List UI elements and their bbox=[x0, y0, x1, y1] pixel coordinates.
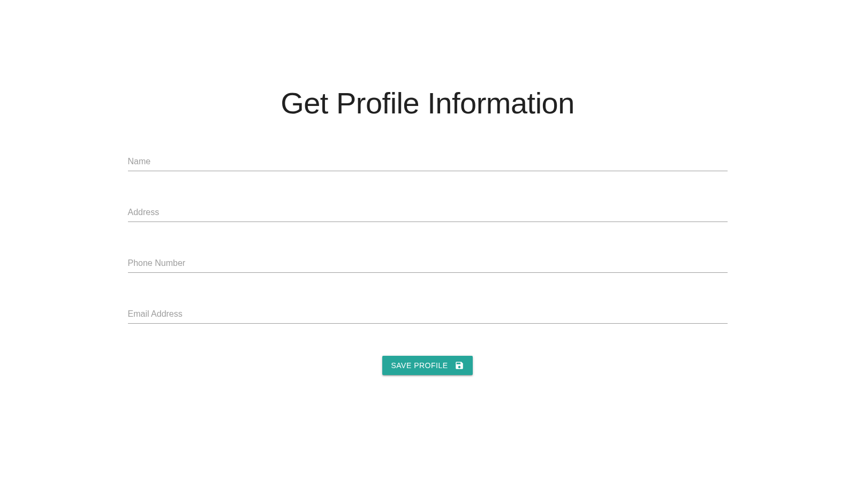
save-profile-button[interactable]: Save Profile bbox=[382, 356, 472, 375]
profile-form-container: Get Profile Information Name Address Pho… bbox=[128, 0, 728, 375]
address-field-wrapper: Address bbox=[128, 203, 728, 222]
name-field-wrapper: Name bbox=[128, 152, 728, 171]
save-icon bbox=[455, 361, 464, 370]
save-button-label: Save Profile bbox=[391, 361, 448, 370]
button-row: Save Profile bbox=[128, 356, 728, 375]
address-input[interactable] bbox=[128, 203, 728, 222]
email-input[interactable] bbox=[128, 305, 728, 324]
phone-input[interactable] bbox=[128, 254, 728, 273]
page-title: Get Profile Information bbox=[128, 86, 728, 120]
name-input[interactable] bbox=[128, 152, 728, 171]
phone-field-wrapper: Phone Number bbox=[128, 254, 728, 273]
email-field-wrapper: Email Address bbox=[128, 305, 728, 324]
